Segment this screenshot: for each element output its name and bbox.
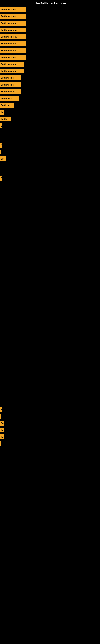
- bottleneck-label: Bo: [0, 434, 4, 439]
- bottleneck-label: Bottler: [0, 116, 11, 121]
- bar-row: [0, 232, 100, 238]
- bar-row: [0, 332, 100, 337]
- bar-row: Bottleneck re: [0, 75, 100, 80]
- bottleneck-label: Bottleneck resu: [0, 55, 26, 60]
- bar-row: Bottleneck resu: [0, 14, 100, 19]
- bottleneck-label: B: [0, 143, 2, 148]
- bar-row: [0, 307, 100, 312]
- bar-row: [0, 182, 100, 188]
- bar-row: B: [0, 176, 100, 181]
- bottleneck-label: Bottleneck resu: [0, 41, 26, 46]
- bar-row: Bottleneck resu: [0, 20, 100, 26]
- bottleneck-label: Bottlene: [0, 103, 14, 108]
- bar-row: [0, 149, 100, 154]
- bottleneck-label: Bottleneck re: [0, 89, 21, 94]
- bar-row: Bottler: [0, 116, 100, 122]
- bar-row: Bo: [0, 434, 100, 440]
- bar-row: Bot: [0, 156, 100, 162]
- bar-row: Bo: [0, 428, 100, 433]
- bar-row: Bo: [0, 420, 100, 426]
- bar-row: [0, 270, 100, 275]
- bar-row: Bottleneck res: [0, 62, 100, 67]
- bar-row: [0, 207, 100, 212]
- bottleneck-label: Bottleneck res: [0, 62, 24, 66]
- bar-row: [0, 163, 100, 168]
- bar-row: Bottlene: [0, 103, 100, 108]
- bar-row: [0, 320, 100, 325]
- bottleneck-label: I: [0, 414, 1, 419]
- bar-row: [0, 382, 100, 387]
- bottleneck-label: Bottleneck resu: [0, 48, 26, 53]
- bar-row: Bottleneck resu: [0, 7, 100, 12]
- bar-row: [0, 295, 100, 300]
- page-wrapper: TheBottlenecker.com Bottleneck resuBottl…: [0, 0, 100, 446]
- bottleneck-label: [0, 441, 1, 446]
- bar-row: B: [0, 123, 100, 128]
- bar-row: Bo: [0, 110, 100, 115]
- bottleneck-label: Bottleneck resu: [0, 14, 26, 19]
- bottleneck-label: Bottleneck resu: [0, 34, 26, 39]
- bar-row: Bottleneck res: [0, 68, 100, 74]
- bar-row: Bottleneck re: [0, 82, 100, 87]
- bar-row: Bottleneck resu: [0, 41, 100, 46]
- bottleneck-label: B: [0, 176, 2, 180]
- bar-row: B: [0, 407, 100, 412]
- bottleneck-label: B: [0, 123, 2, 128]
- bottleneck-label: Bo: [0, 421, 4, 426]
- bar-row: [0, 344, 100, 350]
- bottleneck-label: Bottleneck r: [0, 96, 19, 101]
- bar-row: Bottleneck re: [0, 89, 100, 94]
- bottleneck-label: Bo: [0, 428, 4, 432]
- bottleneck-label: Bottleneck re: [0, 76, 21, 80]
- bottleneck-label: Bo: [0, 110, 4, 114]
- bar-row: [0, 195, 100, 200]
- bar-row: [0, 245, 100, 250]
- bar-row: [0, 394, 100, 400]
- bar-row: Bottleneck resu: [0, 34, 100, 40]
- bar-row: [0, 441, 100, 446]
- bottleneck-label: [0, 150, 1, 154]
- bar-row: [0, 357, 100, 362]
- bottleneck-label: Bottleneck resu: [0, 28, 26, 32]
- bottleneck-label: B: [0, 407, 2, 412]
- bar-row: [0, 130, 100, 135]
- bottleneck-label: Bottleneck re: [0, 82, 21, 87]
- bar-row: Bottleneck resu: [0, 48, 100, 53]
- bottleneck-label: Bottleneck resu: [0, 7, 26, 12]
- bar-row: Bottleneck resu: [0, 27, 100, 32]
- bottleneck-label: Bot: [0, 156, 6, 161]
- site-title: TheBottlenecker.com: [0, 0, 100, 7]
- bar-row: Bottleneck r: [0, 96, 100, 101]
- bar-row: [0, 370, 100, 375]
- bar-row: I: [0, 414, 100, 419]
- bar-row: Bottleneck resu: [0, 55, 100, 60]
- bar-row: [0, 220, 100, 225]
- bar-row: B: [0, 142, 100, 148]
- bottleneck-label: Bottleneck res: [0, 69, 24, 74]
- bar-row: [0, 282, 100, 288]
- bottleneck-label: Bottleneck resu: [0, 21, 26, 26]
- bar-row: [0, 257, 100, 262]
- bars-container: Bottleneck resuBottleneck resuBottleneck…: [0, 7, 100, 446]
